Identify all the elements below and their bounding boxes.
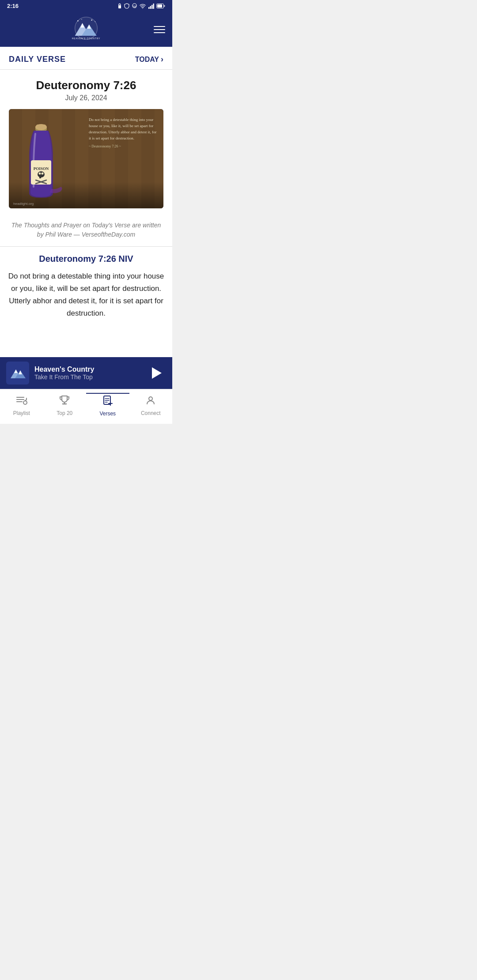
svg-point-18 <box>95 21 95 22</box>
verse-date: July 26, 2024 <box>9 94 163 102</box>
status-icons <box>117 3 165 9</box>
battery-icon <box>156 4 165 8</box>
svg-point-26 <box>39 173 41 175</box>
poison-bottle-svg: POISON <box>17 118 65 207</box>
verse-photo-bg: POISON Do not bring a <box>9 109 163 208</box>
svg-rect-22 <box>36 124 46 129</box>
svg-point-27 <box>42 173 44 175</box>
verse-text-title: Deuteronomy 7:26 NIV <box>7 254 165 264</box>
notification-icon <box>132 3 137 9</box>
play-triangle-icon <box>152 367 162 379</box>
svg-rect-3 <box>148 7 150 9</box>
svg-point-17 <box>91 19 92 21</box>
nav-label-connect: Connect <box>141 410 161 416</box>
status-bar: 2:16 <box>0 0 172 12</box>
svg-text:HEAVEN'S COUNTRY: HEAVEN'S COUNTRY <box>72 37 101 40</box>
mini-player: Heaven's Country Take It From The Top <box>0 357 172 389</box>
svg-point-2 <box>142 8 143 9</box>
play-button[interactable] <box>146 363 166 383</box>
trophy-icon <box>59 395 70 408</box>
nav-item-verses[interactable]: Verses <box>86 393 129 418</box>
svg-rect-0 <box>118 5 121 8</box>
app-logo: HEAVEN'S COUNTRY <box>71 16 102 41</box>
logo-mountain-svg: HEAVEN'S COUNTRY <box>71 16 102 41</box>
verse-body-text: Do not bring a detestable thing into you… <box>7 270 165 320</box>
player-title: Heaven's Country <box>34 366 140 373</box>
verse-text-section: Deuteronomy 7:26 NIV Do not bring a dete… <box>0 254 172 327</box>
section-divider <box>0 246 172 247</box>
menu-button[interactable] <box>154 26 165 33</box>
signal-icon <box>148 4 154 9</box>
playlist-icon <box>16 395 27 408</box>
image-credit: headlight.org <box>13 202 34 206</box>
connect-icon <box>145 395 156 408</box>
svg-rect-4 <box>150 6 151 9</box>
svg-rect-28 <box>39 176 41 178</box>
nav-item-playlist[interactable]: Playlist <box>0 393 43 418</box>
shield-icon <box>124 3 129 9</box>
today-link[interactable]: TODAY › <box>135 55 163 64</box>
verse-reference: Deuteronomy 7:26 <box>9 79 163 92</box>
svg-point-15 <box>77 20 79 22</box>
verses-icon <box>102 396 113 409</box>
daily-verse-header: DAILY VERSE TODAY › <box>0 47 172 70</box>
svg-rect-6 <box>153 4 155 9</box>
verse-container: Deuteronomy 7:26 July 26, 2024 <box>0 70 172 246</box>
time-display: 2:16 <box>7 3 19 9</box>
status-time: 2:16 <box>7 3 19 9</box>
svg-point-39 <box>23 401 27 404</box>
main-content: DAILY VERSE TODAY › Deuteronomy 7:26 Jul… <box>0 47 172 357</box>
attribution-text: The Thoughts and Prayer on Today's Verse… <box>9 216 163 246</box>
player-subtitle: Take It From The Top <box>34 373 140 381</box>
svg-rect-5 <box>151 5 153 9</box>
lock-icon <box>117 3 122 9</box>
player-info: Heaven's Country Take It From The Top <box>34 366 140 381</box>
verse-image: POISON Do not bring a <box>9 109 163 208</box>
svg-point-16 <box>81 19 82 20</box>
nav-label-verses: Verses <box>99 411 116 417</box>
svg-point-50 <box>149 397 152 400</box>
chevron-right-icon: › <box>161 55 163 64</box>
daily-verse-title: DAILY VERSE <box>9 55 66 64</box>
svg-rect-9 <box>164 5 165 7</box>
bottom-navigation: Playlist Top 20 <box>0 389 172 424</box>
nav-label-playlist: Playlist <box>13 410 30 416</box>
app-header: HEAVEN'S COUNTRY <box>0 12 172 47</box>
wifi-icon <box>140 4 146 9</box>
nav-item-top20[interactable]: Top 20 <box>43 393 87 418</box>
verse-image-text-overlay: Do not bring a detestable thing into you… <box>89 117 157 149</box>
player-logo-icon <box>8 363 27 383</box>
nav-label-top20: Top 20 <box>57 410 72 416</box>
player-thumbnail <box>6 362 29 384</box>
svg-text:POISON: POISON <box>34 166 49 171</box>
bottle-illustration: POISON <box>17 118 65 208</box>
nav-item-connect[interactable]: Connect <box>129 393 173 418</box>
svg-rect-8 <box>157 4 162 8</box>
